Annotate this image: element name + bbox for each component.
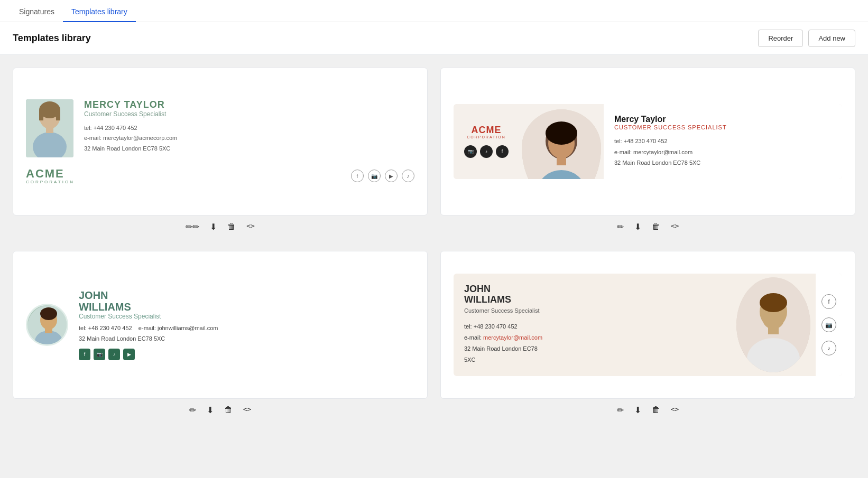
sig2-left: ACME CORPORATION 📷 ♪ f xyxy=(454,104,519,180)
sig1-address: 32 Main Road London EC78 5XC xyxy=(84,144,414,154)
sig1-photo xyxy=(26,99,73,157)
instagram-icon-2[interactable]: 📷 xyxy=(464,145,477,158)
signature-4: JOHN WILLIAMS Customer Success Specialis… xyxy=(454,274,842,376)
sig2-contact: tel: +48 230 470 452 e-mail: mercytaylor… xyxy=(614,136,832,169)
download-button-2[interactable]: ⬇ xyxy=(634,222,641,232)
edit-button-1[interactable]: ✏ xyxy=(186,222,199,232)
svg-rect-5 xyxy=(39,110,43,120)
facebook-icon[interactable]: f xyxy=(351,170,364,182)
sig4-photo xyxy=(736,277,810,372)
signature-2: ACME CORPORATION 📷 ♪ f xyxy=(454,104,842,180)
tiktok-icon[interactable]: ♪ xyxy=(402,170,414,182)
svg-point-12 xyxy=(546,121,577,145)
code-button-2[interactable]: <> xyxy=(671,222,679,232)
code-button-1[interactable]: <> xyxy=(246,222,255,232)
code-button-3[interactable]: <> xyxy=(243,405,252,415)
template-card-1: MERCY TAYLOR Customer Success Specialist… xyxy=(13,68,428,215)
youtube-icon[interactable]: ▶ xyxy=(385,170,398,182)
sig3-photo xyxy=(26,304,68,346)
template-3-wrapper: JOHN WILLIAMS Customer Success Specialis… xyxy=(13,251,428,421)
sig4-left: JOHN WILLIAMS Customer Success Specialis… xyxy=(454,274,731,376)
code-button-4[interactable]: <> xyxy=(671,405,679,415)
template-2-wrapper: ACME CORPORATION 📷 ♪ f xyxy=(440,68,855,238)
sig4-contact: tel: +48 230 470 452 e-mail: mercytaylor… xyxy=(464,321,721,365)
delete-button-2[interactable]: 🗑 xyxy=(652,222,660,232)
page-header: Templates library Reorder Add new xyxy=(0,22,868,55)
download-button-1[interactable]: ⬇ xyxy=(210,222,217,232)
add-new-button[interactable]: Add new xyxy=(808,30,855,47)
svg-rect-16 xyxy=(45,328,52,333)
instagram-icon[interactable]: 📷 xyxy=(368,170,381,182)
svg-point-17 xyxy=(40,307,57,320)
tiktok-icon-4[interactable]: ♪ xyxy=(821,341,836,355)
top-navigation: Signatures Templates library xyxy=(0,0,868,22)
template-3-actions: ✏ ⬇ 🗑 <> xyxy=(13,399,428,421)
template-card-4: JOHN WILLIAMS Customer Success Specialis… xyxy=(440,251,855,399)
instagram-icon-3[interactable]: 📷 xyxy=(94,349,105,360)
svg-point-22 xyxy=(763,310,784,329)
signature-3: JOHN WILLIAMS Customer Success Specialis… xyxy=(26,289,414,360)
template-card-2: ACME CORPORATION 📷 ♪ f xyxy=(440,68,855,215)
template-4-actions: ✏ ⬇ 🗑 <> xyxy=(440,399,855,421)
acme-logo-1: ACME CORPORATION xyxy=(26,168,75,184)
tab-signatures[interactable]: Signatures xyxy=(11,2,63,22)
template-4-wrapper: JOHN WILLIAMS Customer Success Specialis… xyxy=(440,251,855,421)
template-card-3: JOHN WILLIAMS Customer Success Specialis… xyxy=(13,251,428,399)
sig1-socials: f 📷 ▶ ♪ xyxy=(351,170,414,182)
page-title: Templates library xyxy=(13,33,91,44)
facebook-icon-2[interactable]: f xyxy=(496,145,509,158)
svg-rect-6 xyxy=(56,110,60,120)
delete-button-1[interactable]: 🗑 xyxy=(227,222,236,232)
sig4-name: JOHN WILLIAMS xyxy=(464,284,721,305)
download-button-4[interactable]: ⬇ xyxy=(634,405,641,415)
tiktok-icon-2[interactable]: ♪ xyxy=(480,145,493,158)
sig3-socials: f 📷 ♪ ▶ xyxy=(79,349,414,360)
sig2-name: Mercy Taylor xyxy=(614,115,832,124)
main-content: MERCY TAYLOR Customer Success Specialist… xyxy=(0,55,868,434)
sig1-tel: tel: +44 230 470 452 xyxy=(84,123,414,134)
sig1-bottom: ACME CORPORATION f 📷 ▶ ♪ xyxy=(26,168,414,184)
sig4-title: Customer Success Specialist xyxy=(464,307,721,314)
edit-button-2[interactable]: ✏ xyxy=(617,222,624,232)
sig4-photo-area xyxy=(731,274,816,376)
svg-rect-3 xyxy=(46,127,53,133)
tiktok-icon-3[interactable]: ♪ xyxy=(108,349,120,360)
sig4-address: 32 Main Road London EC785XC xyxy=(464,343,721,365)
acme-logo-2: ACME CORPORATION xyxy=(467,125,506,139)
sig1-top: MERCY TAYLOR Customer Success Specialist… xyxy=(26,99,414,157)
sig1-email: e-mail: mercytaylor@acmecorp.com xyxy=(84,133,414,144)
download-button-3[interactable]: ⬇ xyxy=(207,405,214,415)
sig2-tel: tel: +48 230 470 452 xyxy=(614,136,832,147)
sig3-tel-email: tel: +48 230 470 452 e-mail: johnwilliam… xyxy=(79,323,414,334)
sig2-photo-area xyxy=(519,104,604,180)
template-2-actions: ✏ ⬇ 🗑 <> xyxy=(440,215,855,238)
sig4-email: e-mail: mercytaylor@mail.com xyxy=(464,332,721,343)
facebook-icon-3[interactable]: f xyxy=(79,349,90,360)
edit-button-3[interactable]: ✏ xyxy=(189,405,196,415)
tab-templates-library[interactable]: Templates library xyxy=(63,2,136,22)
templates-grid: MERCY TAYLOR Customer Success Specialist… xyxy=(13,68,855,421)
reorder-button[interactable]: Reorder xyxy=(758,30,803,47)
sig3-contact: tel: +48 230 470 452 e-mail: johnwilliam… xyxy=(79,323,414,344)
instagram-icon-4[interactable]: 📷 xyxy=(821,317,836,332)
svg-rect-11 xyxy=(557,156,566,165)
template-1-actions: ✏ ⬇ 🗑 <> xyxy=(13,215,428,238)
sig3-address: 32 Main Road London EC78 5XC xyxy=(79,334,414,344)
sig2-photo xyxy=(522,109,601,180)
sig2-right: Mercy Taylor CUSTOMER SUCCESS SPECIALIST… xyxy=(604,104,842,180)
youtube-icon-3[interactable]: ▶ xyxy=(123,349,135,360)
sig4-right: f 📷 ♪ xyxy=(816,274,842,376)
delete-button-4[interactable]: 🗑 xyxy=(652,405,660,415)
sig2-address: 32 Main Road London EC78 5XC xyxy=(614,157,832,168)
sig3-name: JOHN WILLIAMS xyxy=(79,289,414,313)
delete-button-3[interactable]: 🗑 xyxy=(224,405,233,415)
sig3-info: JOHN WILLIAMS Customer Success Specialis… xyxy=(79,289,414,360)
facebook-icon-4[interactable]: f xyxy=(821,294,836,309)
edit-button-4[interactable]: ✏ xyxy=(617,405,624,415)
sig4-tel: tel: +48 230 470 452 xyxy=(464,321,721,332)
sig3-title: Customer Success Specialist xyxy=(79,313,414,320)
sig1-info: MERCY TAYLOR Customer Success Specialist… xyxy=(84,99,414,157)
signature-1: MERCY TAYLOR Customer Success Specialist… xyxy=(26,99,414,184)
svg-point-23 xyxy=(760,293,787,312)
header-actions: Reorder Add new xyxy=(758,30,855,47)
